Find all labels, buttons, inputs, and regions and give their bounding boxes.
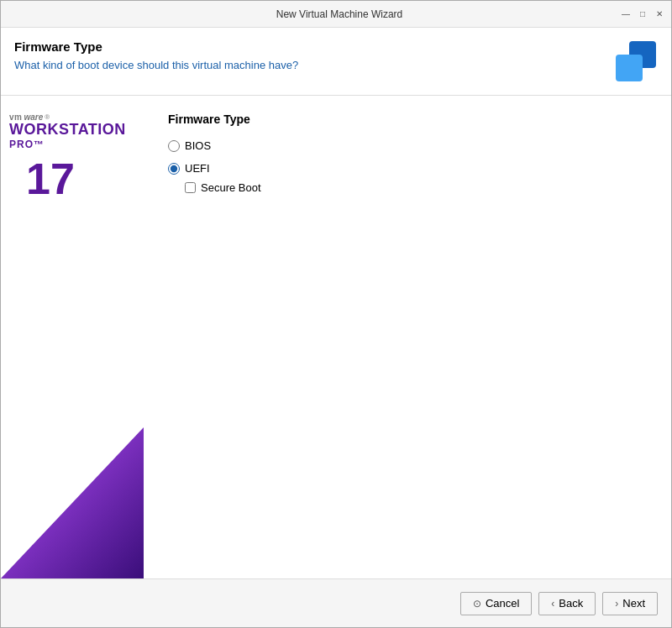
cancel-button[interactable]: ⊙ Cancel (460, 592, 532, 615)
window-title: New Virtual Machine Wizard (58, 8, 621, 20)
next-icon: › (615, 598, 618, 610)
uefi-group: UEFI Secure Boot (168, 162, 651, 194)
title-bar: New Virtual Machine Wizard — □ ✕ (1, 1, 671, 28)
bios-radio[interactable] (168, 140, 180, 152)
bios-label: BIOS (185, 139, 211, 152)
next-button[interactable]: › Next (602, 592, 658, 615)
vm-registered: ® (45, 113, 50, 121)
secure-boot-label: Secure Boot (201, 181, 261, 194)
uefi-radio-item[interactable]: UEFI (168, 162, 651, 175)
page-subtitle: What kind of boot device should this vir… (14, 59, 298, 71)
window-controls: — □ ✕ (621, 9, 664, 19)
footer: ⊙ Cancel ‹ Back › Next (1, 578, 671, 627)
svg-marker-2 (1, 427, 144, 578)
vm-workstation: WORKSTATION (9, 122, 126, 139)
main-window: New Virtual Machine Wizard — □ ✕ Firmwar… (0, 0, 672, 628)
firmware-section-title: Firmware Type (168, 113, 651, 126)
bios-radio-item[interactable]: BIOS (168, 139, 651, 152)
cancel-label: Cancel (486, 597, 519, 610)
page-title: Firmware Type (14, 39, 298, 54)
vm-version-number: 17 (26, 157, 75, 201)
restore-button[interactable]: □ (638, 9, 648, 19)
header-left: Firmware Type What kind of boot device s… (14, 39, 298, 71)
back-label: Back (559, 597, 583, 610)
back-icon: ‹ (551, 598, 554, 610)
vmware-logo: vm ware ® WORKSTATION PRO™ (9, 113, 126, 150)
secure-boot-checkbox[interactable] (185, 182, 196, 193)
header-section: Firmware Type What kind of boot device s… (1, 28, 671, 96)
main-panel: Firmware Type BIOS UEFI Secure (148, 96, 671, 578)
uefi-radio[interactable] (168, 163, 180, 175)
uefi-label: UEFI (185, 162, 210, 175)
svg-rect-1 (616, 55, 643, 81)
vm-pro: PRO™ (9, 139, 45, 150)
sidebar-decoration (1, 427, 144, 578)
vmware-header-icon (614, 39, 658, 83)
sidebar: vm ware ® WORKSTATION PRO™ 17 (1, 96, 148, 578)
back-button[interactable]: ‹ Back (538, 592, 596, 615)
content-area: vm ware ® WORKSTATION PRO™ 17 (1, 96, 671, 578)
close-button[interactable]: ✕ (654, 9, 664, 19)
minimize-button[interactable]: — (621, 9, 631, 19)
next-label: Next (622, 597, 645, 610)
firmware-radio-group: BIOS UEFI Secure Boot (168, 139, 651, 194)
secure-boot-item[interactable]: Secure Boot (185, 181, 651, 194)
cancel-icon: ⊙ (473, 598, 481, 610)
